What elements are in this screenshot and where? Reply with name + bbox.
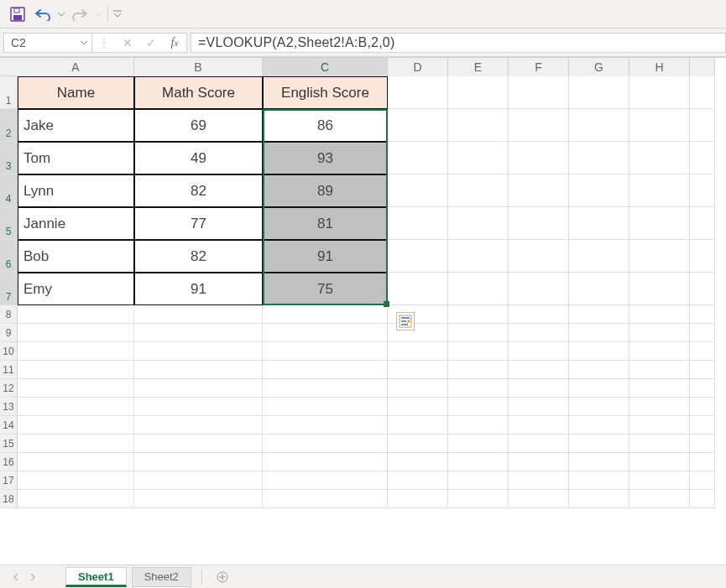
col-header-E[interactable]: E bbox=[448, 58, 509, 76]
cell-I11[interactable] bbox=[690, 361, 715, 379]
insert-function-button[interactable]: fx bbox=[163, 34, 186, 52]
cell-H3[interactable] bbox=[629, 142, 690, 174]
formula-bar[interactable]: =VLOOKUP(A2,Sheet2!A:B,2,0) bbox=[191, 33, 726, 53]
cell-A2[interactable]: Jake bbox=[18, 109, 134, 142]
cell-H14[interactable] bbox=[629, 416, 690, 434]
row-header-14[interactable]: 14 bbox=[0, 416, 18, 434]
cell-I15[interactable] bbox=[690, 434, 715, 453]
cell-D4[interactable] bbox=[388, 174, 448, 207]
cell-E10[interactable] bbox=[448, 342, 509, 361]
cell-H11[interactable] bbox=[629, 361, 690, 379]
cell-B7[interactable]: 91 bbox=[134, 273, 263, 305]
cell-E16[interactable] bbox=[448, 453, 509, 471]
cell-A3[interactable]: Tom bbox=[18, 142, 134, 174]
cell-H8[interactable] bbox=[629, 305, 690, 324]
cell-I3[interactable] bbox=[690, 142, 715, 174]
cell-E6[interactable] bbox=[448, 240, 509, 273]
cell-I1[interactable] bbox=[690, 76, 715, 109]
cell-I12[interactable] bbox=[690, 379, 715, 398]
cell-F13[interactable] bbox=[509, 398, 569, 416]
col-header-A[interactable]: A bbox=[18, 58, 134, 76]
cell-A11[interactable] bbox=[18, 361, 134, 379]
cell-H6[interactable] bbox=[629, 240, 690, 273]
cell-A6[interactable]: Bob bbox=[18, 240, 134, 273]
cell-D14[interactable] bbox=[388, 416, 448, 434]
cell-G18[interactable] bbox=[569, 490, 629, 508]
cell-D11[interactable] bbox=[388, 361, 448, 379]
cell-E2[interactable] bbox=[448, 109, 509, 142]
sheet-tab-sheet2[interactable]: Sheet2 bbox=[132, 567, 191, 587]
cell-D7[interactable] bbox=[388, 273, 448, 305]
cell-F5[interactable] bbox=[509, 207, 569, 240]
cell-C6[interactable]: 91 bbox=[263, 240, 388, 273]
cell-G4[interactable] bbox=[569, 174, 629, 207]
cell-B10[interactable] bbox=[134, 342, 263, 361]
cell-E5[interactable] bbox=[448, 207, 509, 240]
new-sheet-button[interactable] bbox=[212, 567, 232, 587]
cell-B8[interactable] bbox=[134, 305, 263, 324]
cell-C11[interactable] bbox=[263, 361, 388, 379]
autofill-options-button[interactable] bbox=[396, 312, 415, 330]
cell-D17[interactable] bbox=[388, 471, 448, 490]
cell-I4[interactable] bbox=[690, 174, 715, 207]
cell-G17[interactable] bbox=[569, 471, 629, 490]
cell-C12[interactable] bbox=[263, 379, 388, 398]
cell-G10[interactable] bbox=[569, 342, 629, 361]
cell-A8[interactable] bbox=[18, 305, 134, 324]
cell-G3[interactable] bbox=[569, 142, 629, 174]
row-header-2[interactable]: 2 bbox=[0, 109, 18, 142]
cell-I10[interactable] bbox=[690, 342, 715, 361]
cell-B12[interactable] bbox=[134, 379, 263, 398]
cell-B3[interactable]: 49 bbox=[134, 142, 263, 174]
save-button[interactable] bbox=[7, 3, 29, 25]
cell-A13[interactable] bbox=[18, 398, 134, 416]
col-header-F[interactable]: F bbox=[509, 58, 569, 76]
cell-I9[interactable] bbox=[690, 324, 715, 342]
row-header-1[interactable]: 1 bbox=[0, 76, 18, 109]
cell-C17[interactable] bbox=[263, 471, 388, 490]
cell-F9[interactable] bbox=[509, 324, 569, 342]
cell-B1[interactable]: Math Score bbox=[134, 76, 263, 109]
cell-B4[interactable]: 82 bbox=[134, 174, 263, 207]
row-header-9[interactable]: 9 bbox=[0, 324, 18, 342]
cell-I8[interactable] bbox=[690, 305, 715, 324]
cell-F16[interactable] bbox=[509, 453, 569, 471]
cell-H1[interactable] bbox=[629, 76, 690, 109]
cell-B14[interactable] bbox=[134, 416, 263, 434]
col-header-D[interactable]: D bbox=[388, 58, 448, 76]
cell-G5[interactable] bbox=[569, 207, 629, 240]
cell-H2[interactable] bbox=[629, 109, 690, 142]
cell-A18[interactable] bbox=[18, 490, 134, 508]
cell-B16[interactable] bbox=[134, 453, 263, 471]
row-header-16[interactable]: 16 bbox=[0, 453, 18, 471]
cell-F18[interactable] bbox=[509, 490, 569, 508]
cell-E14[interactable] bbox=[448, 416, 509, 434]
cell-G15[interactable] bbox=[569, 434, 629, 453]
cell-F14[interactable] bbox=[509, 416, 569, 434]
cell-A14[interactable] bbox=[18, 416, 134, 434]
accept-formula-button[interactable]: ✓ bbox=[139, 34, 163, 52]
redo-dropdown[interactable] bbox=[94, 3, 102, 25]
cell-E17[interactable] bbox=[448, 471, 509, 490]
row-header-5[interactable]: 5 bbox=[0, 207, 18, 240]
cell-D6[interactable] bbox=[388, 240, 448, 273]
cell-H17[interactable] bbox=[629, 471, 690, 490]
cell-A10[interactable] bbox=[18, 342, 134, 361]
cell-A7[interactable]: Emy bbox=[18, 273, 134, 305]
cell-F2[interactable] bbox=[509, 109, 569, 142]
col-header-last[interactable] bbox=[690, 58, 715, 76]
cell-F11[interactable] bbox=[509, 361, 569, 379]
customize-qat-dropdown[interactable] bbox=[113, 3, 122, 25]
cell-C7[interactable]: 75 bbox=[263, 273, 388, 305]
cell-C3[interactable]: 93 bbox=[263, 142, 388, 174]
cell-B18[interactable] bbox=[134, 490, 263, 508]
cell-A17[interactable] bbox=[18, 471, 134, 490]
cell-H5[interactable] bbox=[629, 207, 690, 240]
cell-D10[interactable] bbox=[388, 342, 448, 361]
cell-E13[interactable] bbox=[448, 398, 509, 416]
cell-E12[interactable] bbox=[448, 379, 509, 398]
cell-A5[interactable]: Jannie bbox=[18, 207, 134, 240]
cell-F12[interactable] bbox=[509, 379, 569, 398]
cell-D2[interactable] bbox=[388, 109, 448, 142]
col-header-H[interactable]: H bbox=[629, 58, 690, 76]
